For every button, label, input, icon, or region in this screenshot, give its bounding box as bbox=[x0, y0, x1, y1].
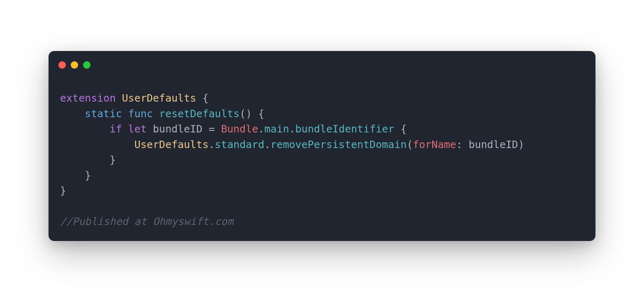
token-dot: . bbox=[264, 139, 271, 151]
token-dot: . bbox=[258, 123, 264, 135]
token-indent bbox=[60, 169, 85, 181]
token-type: Bundle bbox=[221, 123, 258, 135]
close-icon[interactable] bbox=[58, 61, 66, 69]
token-indent bbox=[60, 123, 109, 135]
token-paren: ( bbox=[407, 139, 413, 151]
token-keyword: static bbox=[85, 108, 122, 120]
token-keyword: let bbox=[128, 123, 147, 135]
token-parens: () bbox=[240, 108, 252, 120]
token-keyword: extension bbox=[60, 92, 116, 104]
token-identifier: bundleID bbox=[468, 139, 518, 151]
token-indent bbox=[60, 108, 85, 120]
token-colon: : bbox=[456, 139, 468, 151]
token-brace: } bbox=[60, 185, 66, 197]
token-indent bbox=[60, 139, 134, 151]
token-type: UserDefaults bbox=[122, 92, 197, 104]
window-titlebar bbox=[49, 51, 595, 69]
token-brace: } bbox=[109, 154, 116, 166]
token-dot: . bbox=[289, 123, 295, 135]
comment-line: //Published at Ohmyswift.com bbox=[60, 216, 233, 227]
token-keyword: func bbox=[128, 108, 153, 120]
token-property: standard bbox=[215, 139, 264, 151]
token-method: removePersistentDomain bbox=[271, 139, 407, 151]
maximize-icon[interactable] bbox=[83, 61, 90, 69]
token-function: resetDefaults bbox=[159, 108, 240, 120]
token-brace: { bbox=[252, 108, 264, 120]
token-brace: } bbox=[85, 169, 91, 181]
token-paren: ) bbox=[518, 139, 524, 151]
token-operator: = bbox=[202, 123, 221, 135]
token-param-label: forName bbox=[413, 139, 456, 151]
token-property: bundleIdentifier bbox=[295, 123, 394, 135]
code-window: extension UserDefaults { static func res… bbox=[49, 51, 595, 241]
token-brace: { bbox=[394, 123, 407, 135]
token-brace: { bbox=[196, 92, 208, 104]
token-identifier: bundleID bbox=[153, 123, 202, 135]
token-type: UserDefaults bbox=[134, 139, 209, 151]
minimize-icon[interactable] bbox=[71, 61, 78, 69]
token-keyword: if bbox=[109, 123, 122, 135]
token-indent bbox=[60, 154, 109, 166]
token-property: main bbox=[264, 123, 289, 135]
code-block: extension UserDefaults { static func res… bbox=[49, 69, 595, 241]
token-dot: . bbox=[208, 139, 215, 151]
